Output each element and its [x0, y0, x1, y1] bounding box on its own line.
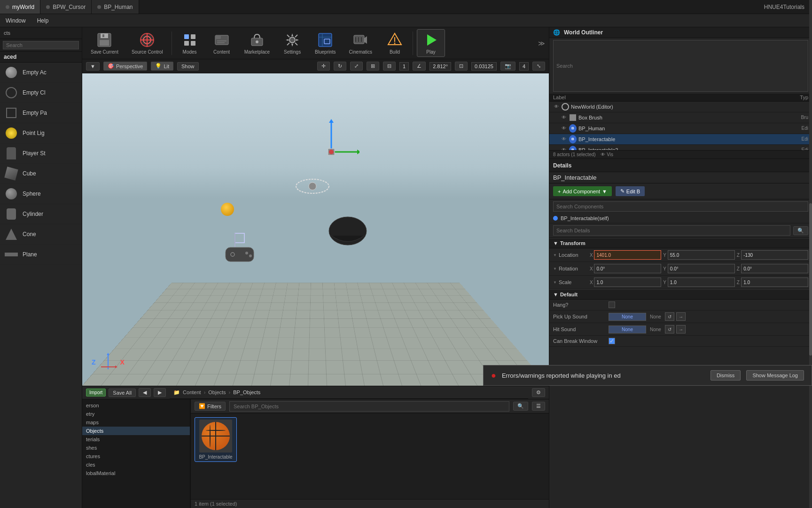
show-button[interactable]: Show [177, 62, 199, 71]
outliner-item-bp-human[interactable]: 👁 B BP_Human Edi [549, 123, 812, 134]
hang-checkbox[interactable] [609, 302, 615, 308]
rotation-y-input[interactable] [668, 264, 735, 273]
tree-item-objects[interactable]: Objects [82, 427, 190, 435]
visibility-icon-interactable2[interactable]: 👁 [561, 147, 567, 151]
transform-section-header[interactable]: ▼ Transform [549, 238, 812, 248]
details-selected-name: BP_Interactable [549, 172, 812, 183]
browser-settings-button[interactable]: ⚙ [532, 388, 545, 397]
left-item-cylinder[interactable]: Cylinder [0, 204, 82, 224]
scale-z-input[interactable] [741, 278, 808, 287]
outliner-item-bp-interactable2[interactable]: 👁 B BP_Interactable2 Edi [549, 145, 812, 151]
camera-speed-button[interactable]: 📷 [500, 62, 515, 71]
tree-item-maps[interactable]: maps [82, 418, 190, 427]
grid-snap-button[interactable]: ⊟ [383, 62, 396, 71]
places-search-input[interactable] [3, 41, 79, 49]
scale-btn[interactable]: ⊡ [455, 62, 468, 71]
tree-item-geometry[interactable]: etry [82, 410, 190, 418]
hit-sound-arrow-button[interactable]: → [676, 325, 686, 333]
breadcrumb-content: Content [183, 389, 201, 395]
outliner-item-box-brush[interactable]: 👁 Box Brush Bru [549, 112, 812, 123]
save-current-button[interactable]: Save Current [86, 30, 123, 56]
location-z-input[interactable] [741, 250, 808, 260]
tab-bpw-cursor[interactable]: BPW_Cursor [40, 0, 92, 14]
settings-button[interactable]: Settings [278, 30, 306, 56]
import-button[interactable]: Import [86, 389, 106, 397]
filters-button[interactable]: 🔽 Filters [195, 402, 226, 411]
tree-item-particles[interactable]: cles [82, 460, 190, 469]
lit-button[interactable]: 💡 Lit [151, 62, 173, 71]
rotation-x-input[interactable] [594, 264, 661, 273]
tree-item-meshes[interactable]: shes [82, 444, 190, 452]
search-icon-button[interactable]: 🔍 [513, 402, 528, 411]
content-button[interactable]: Content [208, 30, 236, 56]
left-item-empty-pawn[interactable]: Empty Pa [0, 103, 82, 123]
tree-item-materials[interactable]: terials [82, 435, 190, 444]
edit-blueprint-button[interactable]: ✎ Edit B [616, 186, 645, 196]
left-item-empty-camera[interactable]: Empty Cl [0, 83, 82, 103]
tab-bp-human[interactable]: BP_Human [92, 0, 139, 14]
visibility-icon[interactable]: 👁 [553, 103, 560, 110]
nav-forward-button[interactable]: ▶ [154, 388, 166, 397]
can-break-window-checkbox[interactable]: ✓ [609, 338, 615, 344]
view-options-button[interactable]: ☰ [532, 402, 545, 411]
visibility-icon-brush[interactable]: 👁 [561, 114, 567, 121]
menu-help[interactable]: Help [35, 16, 51, 25]
scale-y-input[interactable] [668, 278, 735, 287]
details-search-icon[interactable]: 🔍 [793, 226, 808, 235]
left-item-point-light[interactable]: Point Lig [0, 123, 82, 143]
perspective-button[interactable]: 🎯 Perspective [103, 62, 147, 71]
search-bp-objects-input[interactable] [229, 401, 509, 412]
tree-item-person[interactable]: erson [82, 401, 190, 410]
rotate-tool[interactable]: ↻ [334, 62, 346, 71]
left-item-sphere[interactable]: Sphere [0, 184, 82, 204]
toolbar-expand-button[interactable]: ≫ [538, 40, 545, 47]
left-item-empty-actor[interactable]: Empty Ac [0, 63, 82, 83]
visibility-icon-human[interactable]: 👁 [561, 125, 567, 132]
left-item-plane[interactable]: Plane [0, 245, 82, 265]
coord-button[interactable]: ⊞ [367, 62, 379, 71]
nav-back-button[interactable]: ◀ [139, 388, 151, 397]
pickup-sound-slot[interactable]: None [609, 313, 646, 321]
viewport-dropdown-button[interactable]: ▼ [86, 62, 100, 71]
scale-tool[interactable]: ⤢ [350, 62, 363, 71]
hit-sound-slot[interactable]: None [609, 325, 646, 333]
angle-button[interactable]: ∠ [413, 62, 426, 71]
tree-item-global-material[interactable]: lobalMaterial [82, 469, 190, 477]
outliner-item-bp-interactable[interactable]: 👁 B BP_Interactable Edi [549, 134, 812, 145]
location-x-input[interactable] [594, 250, 661, 260]
pickup-sound-arrow-button[interactable]: → [676, 312, 686, 321]
rotation-widget[interactable] [294, 175, 331, 199]
source-control-button[interactable]: Source Control [127, 30, 168, 56]
marketplace-button[interactable]: Marketplace [240, 30, 274, 56]
play-button[interactable]: Play [417, 29, 445, 57]
rotation-z-input[interactable] [741, 264, 808, 273]
add-component-button[interactable]: + Add Component ▼ [553, 186, 612, 196]
default-section-header[interactable]: ▼ Default [549, 289, 812, 300]
tree-item-textures[interactable]: ctures [82, 452, 190, 460]
outliner-search-input[interactable] [553, 40, 808, 92]
transform-gizmo[interactable] [303, 118, 359, 181]
left-item-cube[interactable]: Cube [0, 164, 82, 184]
modes-button[interactable]: Modes [176, 30, 204, 56]
translate-tool[interactable]: ✛ [317, 62, 330, 71]
left-item-cone[interactable]: Cone [0, 224, 82, 245]
menu-window[interactable]: Window [4, 16, 28, 25]
save-all-button[interactable]: Save All [109, 389, 136, 397]
viewport[interactable]: Z X [82, 73, 549, 386]
pickup-sound-reset-button[interactable]: ↺ [665, 312, 674, 321]
build-button[interactable]: Build [381, 30, 409, 56]
blueprints-button[interactable]: Blueprints [310, 30, 340, 56]
component-self-item[interactable]: BP_Interactable(self) [549, 214, 812, 223]
left-item-player-start[interactable]: Player St [0, 143, 82, 164]
scale-x-input[interactable] [594, 278, 661, 287]
tab-world[interactable]: myWorld [0, 0, 40, 14]
visibility-icon-interactable[interactable]: 👁 [561, 136, 567, 143]
maximize-button[interactable]: ⤡ [532, 62, 545, 71]
hit-sound-reset-button[interactable]: ↺ [665, 325, 674, 333]
outliner-item-new-world[interactable]: 👁 NewWorld (Editor) [549, 102, 812, 112]
asset-bp-interactable[interactable]: BP_Interactable [195, 417, 237, 462]
search-details-input[interactable] [553, 225, 790, 236]
search-components-input[interactable] [553, 201, 808, 212]
cinematics-button[interactable]: Cinematics [344, 30, 377, 56]
location-y-input[interactable] [668, 250, 735, 260]
